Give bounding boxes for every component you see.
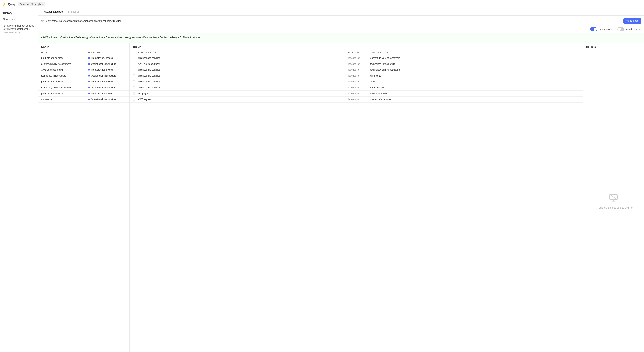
query-input-icon: ⟳ — [41, 19, 44, 23]
svg-line-5 — [610, 194, 617, 200]
triples-table-row[interactable]: products and services depends_on technol… — [130, 67, 583, 73]
include-chunks-toggle[interactable] — [617, 27, 624, 31]
no-chunks-icon — [609, 193, 618, 202]
topbar: ⚡ Query Amazon 10K graph × — [0, 0, 644, 9]
triple-target: data center — [370, 74, 580, 77]
return-answer-toggle-row: Return answer — [590, 27, 614, 31]
triple-checkbox[interactable] — [133, 86, 135, 89]
triples-table-row[interactable]: products and services depends_on infrast… — [130, 85, 583, 91]
node-type-label: ProductsAndServices — [91, 57, 113, 59]
node-cell-name: content delivery to customers — [41, 63, 88, 65]
triple-checkbox[interactable] — [133, 57, 135, 59]
tab-structured[interactable]: Structured — [66, 9, 82, 16]
triple-source: products and services — [138, 86, 348, 89]
sidebar: History New query Identify the major com… — [0, 9, 38, 352]
node-cell-name: AWS business growth — [41, 69, 88, 71]
triples-table-row[interactable]: AWS business growth depends_on technolog… — [130, 61, 583, 67]
tab-close-icon[interactable]: × — [42, 3, 43, 5]
history-item-time: a few seconds ago — [4, 31, 35, 34]
triple-target: content delivery to customers — [370, 57, 580, 59]
return-answer-toggle[interactable] — [590, 27, 597, 31]
triple-target: fulfillment network — [370, 92, 580, 95]
triples-table-row[interactable]: shipping offers depends_on fulfillment n… — [130, 91, 583, 97]
node-type-label: OperationalInfrastructure — [91, 63, 116, 65]
nodes-table-row[interactable]: products and services ProductsAndService… — [38, 79, 130, 85]
triple-checkbox[interactable] — [133, 98, 135, 101]
include-chunks-label: Include chunks — [626, 28, 641, 31]
node-cell-type: OperationalInfrastructure — [88, 74, 126, 77]
triples-table-row[interactable]: AWS segment depends_on shared infrastruc… — [130, 97, 583, 102]
sidebar-title: History — [0, 12, 38, 17]
node-cell-type: ProductsAndServices — [88, 80, 126, 83]
triples-table-row[interactable]: products and services depends_on content… — [130, 55, 583, 61]
triple-relation: depends_on — [348, 74, 370, 77]
nodes-title: Nodes — [38, 43, 130, 50]
nodes-col-type: Node type — [88, 52, 126, 54]
triples-col-relation: Relation — [348, 52, 370, 54]
triple-relation: depends_on — [348, 98, 370, 101]
node-cell-type: ProductsAndServices — [88, 69, 126, 71]
triple-source: products and services — [138, 74, 348, 77]
nodes-table-row[interactable]: products and services ProductsAndService… — [38, 91, 130, 97]
nodes-table-row[interactable]: technology infrastructure OperationalInf… — [38, 73, 130, 79]
triple-checkbox[interactable] — [133, 80, 135, 83]
triple-source: products and services — [138, 80, 348, 83]
triple-checkbox-cell — [133, 98, 138, 101]
nodes-table-row[interactable]: products and services ProductsAndService… — [38, 55, 130, 61]
new-query-button[interactable]: New query — [0, 17, 38, 23]
query-icon: ⚡ — [2, 2, 6, 6]
triples-table-body: products and services depends_on content… — [130, 55, 583, 352]
nodes-table-row[interactable]: technology and infrastructure Operationa… — [38, 85, 130, 91]
triple-source: AWS business growth — [138, 63, 348, 65]
tab-pill-label: Amazon 10K graph — [20, 3, 40, 6]
node-cell-type: OperationalInfrastructure — [88, 63, 126, 65]
options-row: Return answer Include chunks — [38, 26, 644, 33]
node-type-label: ProductsAndServices — [91, 69, 113, 71]
node-type-dot — [88, 69, 90, 71]
include-chunks-toggle-row: Include chunks — [617, 27, 641, 31]
triple-checkbox[interactable] — [133, 63, 135, 65]
triple-checkbox[interactable] — [133, 74, 135, 77]
bottom-section: Nodes Node Node type products and servic… — [38, 43, 644, 352]
node-cell-type: OperationalInfrastructure — [88, 98, 126, 101]
nodes-table-header: Node Node type — [38, 50, 130, 55]
triple-checkbox[interactable] — [133, 69, 135, 71]
triple-checkbox-cell — [133, 80, 138, 83]
main-content: Natural language Structured ⟳ Submit Re — [38, 9, 644, 352]
triples-table-row[interactable]: products and services depends_on AWS — [130, 79, 583, 85]
triples-table-row[interactable]: products and services depends_on data ce… — [130, 73, 583, 79]
active-tab-pill[interactable]: Amazon 10K graph × — [18, 2, 45, 6]
node-type-dot — [88, 99, 90, 100]
node-cell-name: technology and infrastructure — [41, 86, 88, 89]
nodes-table-row[interactable]: content delivery to customers Operationa… — [38, 61, 130, 67]
node-type-label: ProductsAndServices — [91, 92, 113, 95]
triple-target: infrastructure — [370, 86, 580, 89]
triple-checkbox[interactable] — [133, 92, 135, 95]
triple-checkbox-cell — [133, 86, 138, 89]
tabs-row: Natural language Structured — [38, 9, 644, 16]
tab-natural-language[interactable]: Natural language — [41, 9, 66, 16]
query-input[interactable] — [46, 20, 622, 22]
triples-title: Triples — [130, 43, 583, 50]
triple-source: shipping offers — [138, 92, 348, 95]
query-area: Natural language Structured ⟳ Submit Re — [38, 9, 644, 43]
chunks-empty-message: Select a triple to see its chunks — [598, 206, 632, 209]
answer-text: - AWS - Shared infrastructure - Technolo… — [41, 36, 641, 40]
nodes-table-row[interactable]: AWS business growth ProductsAndServices — [38, 67, 130, 73]
history-item[interactable]: Identify the major components of Amazon'… — [0, 23, 38, 35]
nodes-table-row[interactable]: data center OperationalInfrastructure — [38, 97, 130, 102]
node-cell-name: products and services — [41, 80, 88, 83]
triple-relation: depends_on — [348, 86, 370, 89]
triple-source: AWS segment — [138, 98, 348, 101]
triple-target: technology and infrastructure — [370, 69, 580, 71]
nodes-col-node: Node — [41, 52, 88, 54]
triple-target: technology infrastructure — [370, 63, 580, 65]
submit-button[interactable]: Submit — [624, 18, 641, 24]
chunks-empty-text: ← Select a triple to see its chunks — [594, 206, 632, 209]
triple-relation: depends_on — [348, 80, 370, 83]
node-type-dot — [88, 81, 90, 82]
node-cell-name: products and services — [41, 92, 88, 95]
triples-col-target: Target entity — [370, 52, 580, 54]
chunks-empty-state: ← Select a triple to see its chunks — [583, 50, 644, 352]
node-type-dot — [88, 93, 90, 94]
